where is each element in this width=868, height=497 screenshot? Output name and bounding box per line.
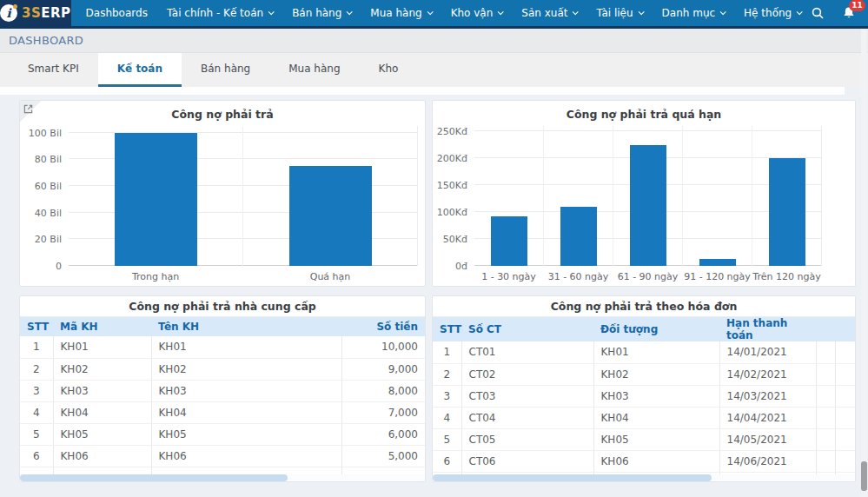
table-cell: 1 [433,341,461,363]
table-cell: 3 [20,380,53,401]
x-axis-tick-label: Trên 120 ngày [752,271,820,282]
menu-item-dashboards[interactable]: Dashboards [76,0,157,26]
menu-item-label: Sản xuất [521,7,567,19]
table-cell: KH06 [151,445,341,467]
bar-61-90-ngay[interactable] [630,145,666,266]
table-cell: KH03 [593,385,719,407]
table-cell: 5,000 [341,445,425,467]
y-axis-tick-label: 150Kđ [437,180,467,191]
y-axis-tick-label: 0đ [455,261,467,272]
expand-chart-icon[interactable] [20,101,43,123]
table-cell: 14/02/2021 [719,363,816,385]
bar-trong-han[interactable] [115,133,197,266]
logo-text: 3SERP [22,5,71,21]
column-header-han-thanh-toan[interactable]: Hạn thanh toán [719,317,816,341]
table-row: 6KH06KH065,000 [20,445,425,467]
main-menu: DashboardsTài chính - Kế toánBán hàngMua… [71,0,812,26]
notifications-bell-icon[interactable]: 11 [842,6,856,20]
chart-card-payables: Công nợ phải trả 020 Bil40 Bil60 Bil80 B… [19,100,426,287]
table-cell: KH04 [53,401,151,423]
y-axis-tick-label: 100 Bil [29,127,62,138]
table-cell: CT05 [461,428,593,450]
x-axis-tick-label: 1 - 30 ngày [481,271,536,282]
table-cell: 14/06/2021 [719,450,816,472]
y-axis-tick-label: 20 Bil [35,234,62,245]
table-cell: 6,000 [341,423,425,445]
table-cell: CT04 [461,407,593,428]
chart-category-31-60-ngay: 31 - 60 ngày [543,126,613,266]
menu-item-ban-hang[interactable]: Bán hàng [282,0,361,26]
tab-mua-hang[interactable]: Mua hàng [269,53,359,87]
bar-31-60-ngay[interactable] [560,207,597,266]
table-cell: KH05 [53,423,151,445]
table-cell: 14/03/2021 [719,385,816,407]
top-navbar: i 3SERP DashboardsTài chính - Kế toánBán… [0,0,868,29]
x-axis-tick-label: 91 - 120 ngày [684,271,751,282]
chart-category-qua-han: Quá hạn [242,126,417,266]
table-cell: KH06 [593,450,719,472]
tab-ke-toan[interactable]: Kế toán [98,53,182,87]
y-axis-tick-label: 100Kđ [437,207,467,218]
horizontal-scrollbar-thumb[interactable] [433,474,712,481]
menu-item-label: Bán hàng [292,7,341,19]
x-axis-tick-label: Trong hạn [132,271,179,282]
bar-qua-han[interactable] [289,166,372,266]
column-header-so-tien[interactable]: Số tiền [341,317,425,336]
chevron-down-icon [427,9,433,15]
table-title: Công nợ phải trả theo hóa đơn [433,296,855,317]
table-cell-empty [816,450,835,472]
column-header-ma-kh[interactable]: Mã KH [53,317,151,336]
menu-item-label: Mua hàng [370,7,421,19]
table-cell: KH02 [53,358,151,380]
chevron-down-icon [720,9,726,15]
bar-91-120-ngay[interactable] [699,259,736,266]
table-title: Công nợ phải trả nhà cung cấp [20,296,425,317]
horizontal-scrollbar [433,474,855,481]
table-cell: KH01 [151,336,341,358]
table-cell: 2 [20,358,53,380]
table-cell: KH01 [53,336,151,358]
tab-kho[interactable]: Kho [360,53,418,87]
table-cell: CT03 [461,385,593,407]
app-logo[interactable]: i 3SERP [0,0,71,26]
menu-item-kho-van[interactable]: Kho vận [441,0,513,26]
horizontal-scrollbar-thumb[interactable] [20,474,288,481]
table-cell: KH02 [593,363,719,385]
table-cell: CT02 [461,363,593,385]
menu-item-he-thong[interactable]: Hệ thống [734,0,811,26]
column-header-so-ct[interactable]: Số CT [461,317,593,341]
chevron-down-icon [573,9,579,15]
column-header-ten-kh[interactable]: Tên KH [151,317,341,336]
tabs-bottom-strip [0,87,845,95]
vertical-scrollbar-thumb[interactable] [861,461,867,491]
tab-ban-hang[interactable]: Bán hàng [182,53,269,87]
tab-smart-kpi[interactable]: Smart KPI [9,53,98,87]
column-header-stt[interactable]: STT [433,317,461,341]
x-axis-tick-label: Quá hạn [310,271,351,282]
table-cell-empty [835,407,855,428]
menu-item-tai-chinh-ke-toan[interactable]: Tài chính - Kế toán [157,0,282,26]
menu-item-san-xuat[interactable]: Sản xuất [512,0,586,26]
chevron-down-icon [347,9,353,15]
column-header-doi-tuong[interactable]: Đối tượng [593,317,719,341]
menu-item-tai-lieu[interactable]: Tài liệu [586,0,652,26]
vertical-scrollbar [861,29,867,497]
table-cell: 14/04/2021 [719,407,816,428]
menu-item-label: Tài chính - Kế toán [167,7,263,19]
column-header-stt[interactable]: STT [20,317,53,336]
table-row: 6CT06KH0614/06/2021 [433,450,855,472]
bar-tren-120-ngay[interactable] [769,158,805,266]
page-title: DASHBOARD [9,34,83,47]
breadcrumb: DASHBOARD [0,29,868,53]
table-cell-empty [816,407,835,428]
table-cell: 6 [20,445,53,467]
table-row: 5KH05KH056,000 [20,423,425,445]
table-row: 3KH03KH038,000 [20,380,425,401]
menu-item-mua-hang[interactable]: Mua hàng [361,0,441,26]
menu-item-danh-muc[interactable]: Danh mục [653,0,735,26]
menu-item-label: Kho vận [451,7,494,19]
search-icon[interactable] [811,6,825,20]
x-axis-tick-label: 61 - 90 ngày [618,271,679,282]
bar-1-30-ngay[interactable] [491,216,527,266]
notification-badge: 11 [849,0,865,11]
